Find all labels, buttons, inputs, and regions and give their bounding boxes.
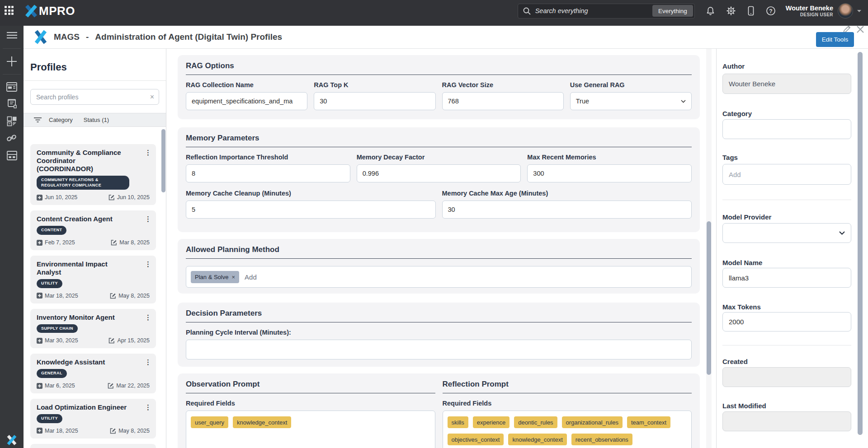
planning-method-input[interactable]: Plan & Solve× Add: [186, 266, 692, 288]
required-field-tag[interactable]: knowledge_context: [233, 416, 291, 428]
section-title: Reflection Prompt: [443, 380, 692, 389]
modified-date: May 8, 2025: [118, 428, 150, 434]
filter-bar: Category Status (1): [24, 113, 166, 127]
kebab-menu-icon[interactable]: ⋮: [145, 215, 151, 223]
metadata-panel: Author Wouter Beneke Category Tags Add M…: [716, 49, 868, 448]
required-field-tag[interactable]: deontic_rules: [514, 416, 557, 428]
kebab-menu-icon[interactable]: ⋮: [145, 260, 151, 268]
section-title: RAG Options: [186, 61, 692, 70]
nav-calculator-icon[interactable]: [0, 147, 24, 164]
profile-card[interactable]: Environmental Impact Analyst⋮UTILITYMar …: [30, 256, 156, 303]
nav-blocks-icon[interactable]: [0, 112, 24, 130]
notifications-bell-icon[interactable]: [706, 6, 715, 16]
profile-card[interactable]: Load Optimization Engineer⋮UTILITYMar 18…: [30, 399, 156, 439]
memory-cache-max-age-input[interactable]: 30: [442, 201, 692, 219]
category-badge: SUPPLY CHAIN: [37, 324, 78, 333]
required-field-tag[interactable]: user_query: [191, 416, 228, 428]
user-menu[interactable]: Wouter Beneke DESIGN USER: [786, 4, 833, 18]
profile-card-title: Inventory Monitor Agent: [37, 313, 150, 322]
user-caret-icon[interactable]: [857, 9, 862, 13]
tags-input[interactable]: Add: [722, 164, 851, 185]
required-field-tag[interactable]: experience: [473, 416, 510, 428]
observation-required-fields[interactable]: user_queryknowledge_context: [186, 411, 435, 448]
rag-collection-name-input[interactable]: equipment_specifications_and_ma: [186, 92, 307, 110]
required-field-tag[interactable]: objectives_context: [448, 434, 504, 445]
planning-method-chip[interactable]: Plan & Solve×: [191, 271, 239, 283]
max-tokens-input[interactable]: 2000: [722, 312, 851, 331]
page-title: Administration of Agent (Digital Twin) P…: [95, 32, 282, 42]
kebab-menu-icon[interactable]: ⋮: [145, 403, 151, 411]
planning-cycle-interval-input[interactable]: [186, 340, 692, 359]
created-date: Mar 6, 2025: [45, 383, 75, 389]
required-field-tag[interactable]: skills: [448, 416, 468, 428]
profile-card[interactable]: Content Creation Agent⋮CONTENTFeb 7, 202…: [30, 210, 156, 250]
help-icon[interactable]: ?: [766, 6, 776, 16]
search-icon: [523, 7, 531, 15]
filter-category[interactable]: Category: [49, 117, 73, 123]
category-badge: UTILITY: [37, 279, 62, 288]
profile-card[interactable]: Inventory Monitor Agent⋮SUPPLY CHAINMar …: [30, 309, 156, 349]
metadata-scrollbar[interactable]: [858, 52, 863, 435]
filter-icon[interactable]: [34, 117, 42, 123]
reflection-required-fields[interactable]: skillsexperiencedeontic_rulesorganizatio…: [443, 411, 692, 448]
nav-connections-icon[interactable]: [0, 130, 24, 147]
nav-data-streams-icon[interactable]: [0, 95, 24, 112]
kebab-menu-icon[interactable]: ⋮: [145, 358, 151, 366]
category-badge: COMMUNITY RELATIONS & REGULATORY COMPLIA…: [37, 176, 129, 190]
xmpro-logo[interactable]: MPRO: [24, 4, 75, 18]
profile-card-partial[interactable]: [30, 444, 156, 448]
settings-gear-icon[interactable]: [726, 6, 736, 16]
use-general-rag-select[interactable]: True: [570, 92, 692, 110]
clear-search-icon[interactable]: ×: [150, 93, 154, 101]
section-title: Memory Parameters: [186, 134, 692, 143]
model-name-label: Model Name: [722, 259, 851, 266]
max-recent-memories-input[interactable]: 300: [527, 164, 692, 182]
created-date: Jun 10, 2025: [45, 194, 77, 201]
model-provider-label: Model Provider: [722, 213, 851, 221]
created-date: Mar 18, 2025: [45, 428, 78, 434]
required-field-tag[interactable]: organizational_rules: [562, 416, 623, 428]
profiles-scrollbar[interactable]: [161, 129, 165, 192]
memory-cache-cleanup-input[interactable]: 5: [186, 201, 436, 219]
required-field-tag[interactable]: team_context: [627, 416, 670, 428]
created-input: [722, 367, 851, 387]
required-field-tag[interactable]: recent_observations: [571, 434, 632, 445]
xmpro-footer-logo: [6, 434, 17, 445]
menu-hamburger-icon[interactable]: [0, 26, 24, 45]
remove-chip-icon[interactable]: ×: [231, 274, 235, 280]
global-search[interactable]: Search everything Everything: [518, 4, 695, 19]
profile-card[interactable]: Knowledge Assistant⋮GENERALMar 6, 2025Ma…: [30, 354, 156, 393]
profiles-list: Community & Compliance Coordinator (COOR…: [24, 127, 166, 448]
edit-tools-button[interactable]: Edit Tools: [816, 32, 854, 47]
author-label: Author: [722, 62, 851, 70]
kebab-menu-icon[interactable]: ⋮: [145, 149, 151, 157]
model-name-input[interactable]: llama3: [722, 268, 851, 288]
rag-top-k-input[interactable]: 30: [314, 92, 435, 110]
kebab-menu-icon[interactable]: ⋮: [145, 313, 151, 322]
rag-vector-size-input[interactable]: 768: [442, 92, 564, 110]
required-field-tag[interactable]: knowledge_context: [508, 434, 566, 445]
reflection-importance-threshold-input[interactable]: 8: [186, 164, 350, 182]
search-scope-button[interactable]: Everything: [652, 5, 693, 17]
model-provider-select[interactable]: [722, 223, 851, 243]
category-label: Category: [722, 110, 851, 117]
nav-app-designer-icon[interactable]: [0, 78, 24, 95]
close-icon[interactable]: [856, 25, 865, 34]
filter-status[interactable]: Status (1): [84, 117, 109, 123]
avatar[interactable]: [838, 3, 853, 19]
profile-card[interactable]: Community & Compliance Coordinator (COOR…: [30, 144, 156, 205]
section-rag-options: RAG Options RAG Collection Name equipmen…: [178, 55, 700, 119]
profiles-search-input[interactable]: Search profiles ×: [30, 89, 159, 105]
field-label: RAG Vector Size: [442, 81, 564, 89]
mobile-device-icon[interactable]: [747, 6, 755, 16]
main-scrollbar[interactable]: [707, 221, 711, 375]
apps-grid-icon[interactable]: [5, 6, 14, 16]
modified-date: Mar 8, 2025: [119, 239, 150, 246]
category-input[interactable]: [722, 119, 851, 139]
field-label: Required Fields: [186, 400, 435, 407]
add-new-icon[interactable]: [0, 52, 24, 70]
profile-card-title: Content Creation Agent: [37, 215, 150, 223]
field-label: Reflection Importance Threshold: [186, 154, 350, 161]
created-date: Feb 7, 2025: [45, 239, 75, 246]
memory-decay-factor-input[interactable]: 0.996: [357, 164, 521, 182]
